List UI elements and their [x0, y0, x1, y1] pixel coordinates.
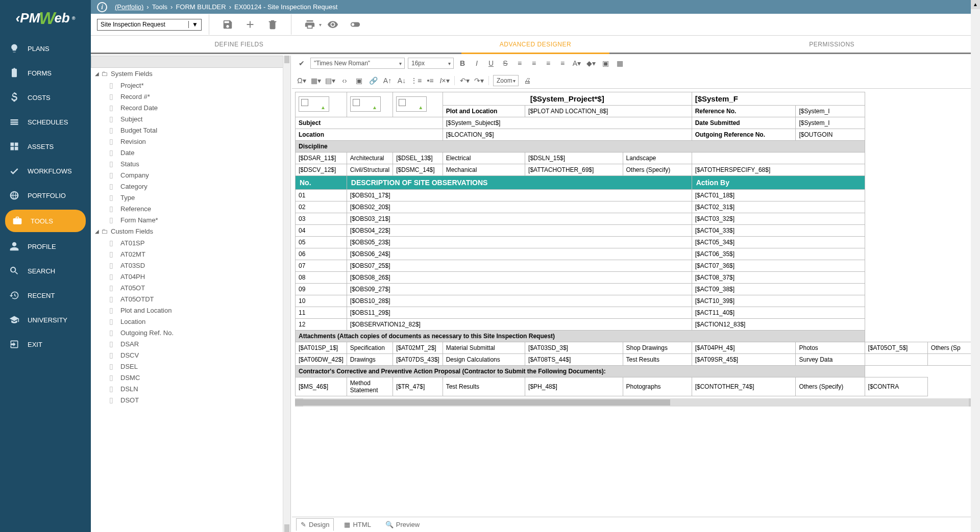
obs-no: 01	[296, 190, 347, 201]
zoom-select[interactable]: Zoom	[493, 75, 519, 86]
code-icon[interactable]: ‹›	[339, 75, 350, 86]
tree-field[interactable]: Outgoing Ref. No.	[91, 327, 283, 338]
design-canvas[interactable]: [$System_Project*$] [$System_F Plot and …	[292, 89, 980, 517]
page-scrollbar[interactable]: ▲	[971, 0, 980, 532]
italic-icon[interactable]: I	[471, 58, 482, 69]
sidebar-item-costs[interactable]: COSTS	[0, 85, 91, 110]
tree-field[interactable]: Type	[91, 192, 283, 203]
image-placeholder[interactable]	[299, 96, 329, 112]
bold-icon[interactable]: B	[457, 58, 468, 69]
save-icon[interactable]	[219, 16, 236, 33]
tree-field[interactable]: Record #*	[91, 91, 283, 102]
cell: Others (Specify)	[623, 164, 692, 176]
insert-grid-icon[interactable]: ▤▾	[325, 75, 336, 86]
view-preview[interactable]: 🔍Preview	[381, 519, 424, 530]
numbered-list-icon[interactable]: ⋮≡	[410, 75, 422, 86]
tree-field[interactable]: Date	[91, 147, 283, 158]
clear-format-icon[interactable]: I×▾	[439, 75, 450, 86]
justify-icon[interactable]: ≡	[557, 58, 568, 69]
tree-field[interactable]: DSMC	[91, 372, 283, 383]
canvas-hscroll[interactable]: ◄►	[295, 398, 977, 407]
tab-advanced-designer[interactable]: ADVANCED DESIGNER	[387, 36, 684, 53]
tree-field[interactable]: DSOT	[91, 394, 283, 406]
tree-field[interactable]: Form Name*	[91, 214, 283, 225]
tree-field[interactable]: Reference	[91, 203, 283, 214]
align-center-icon[interactable]: ≡	[528, 58, 540, 69]
tree-field[interactable]: Revision	[91, 136, 283, 147]
location-label: Location	[296, 129, 443, 141]
sidebar-item-workflows[interactable]: WORKFLOWS	[0, 159, 91, 183]
tab-define-fields[interactable]: DEFINE FIELDS	[91, 36, 387, 53]
fields-scrollbar[interactable]	[283, 56, 290, 532]
table-icon[interactable]: ▦	[614, 58, 625, 69]
toggle-icon[interactable]	[347, 16, 363, 33]
view-html[interactable]: ▦HTML	[340, 519, 375, 530]
fill-color-icon[interactable]: ◆▾	[585, 58, 597, 69]
sidebar-item-recent[interactable]: RECENT	[0, 283, 91, 308]
tree-field[interactable]: Category	[91, 181, 283, 192]
tree-field[interactable]: Budget Total	[91, 124, 283, 136]
tree-field[interactable]: Plot and Location	[91, 305, 283, 316]
font-grow-icon[interactable]: A↑	[382, 75, 393, 86]
add-icon[interactable]	[242, 16, 258, 33]
crumb-portfolio[interactable]: (Portfolio)	[115, 3, 143, 11]
sidebar-item-portfolio[interactable]: PORTFOLIO	[0, 183, 91, 208]
font-size-select[interactable]: 16px	[408, 58, 454, 69]
visibility-icon[interactable]	[325, 16, 341, 33]
bulb-icon	[8, 42, 20, 55]
view-design[interactable]: ✎Design	[296, 518, 334, 531]
sidebar-item-profile[interactable]: PROFILE	[0, 234, 91, 259]
redo-icon[interactable]: ↷▾	[473, 75, 484, 86]
font-color-icon[interactable]: A▾	[571, 58, 582, 69]
sidebar-item-search[interactable]: SEARCH	[0, 259, 91, 283]
image-placeholder[interactable]	[396, 96, 427, 112]
tree-group[interactable]: ◢🗀Custom Fields	[91, 225, 283, 237]
print-icon[interactable]	[302, 16, 318, 33]
sidebar-item-schedules[interactable]: SCHEDULES	[0, 110, 91, 134]
tab-permissions[interactable]: PERMISSIONS	[683, 36, 980, 53]
tree-field[interactable]: DSEL	[91, 361, 283, 372]
tree-field[interactable]: DSLN	[91, 383, 283, 394]
tree-field[interactable]: Project*	[91, 80, 283, 91]
tree-field[interactable]: AT01SP	[91, 237, 283, 248]
spellcheck-icon[interactable]: ✔	[296, 58, 307, 69]
insert-table-icon[interactable]: ▦▾	[310, 75, 322, 86]
image-placeholder[interactable]	[350, 96, 381, 112]
font-family-select[interactable]: "Times New Roman"	[310, 58, 405, 69]
align-left-icon[interactable]: ≡	[514, 58, 525, 69]
tree-field[interactable]: Status	[91, 158, 283, 169]
tree-field[interactable]: Company	[91, 169, 283, 181]
sidebar-item-forms[interactable]: FORMS	[0, 61, 91, 85]
tree-field[interactable]: Subject	[91, 113, 283, 124]
tree-field[interactable]: AT03SD	[91, 260, 283, 271]
underline-icon[interactable]: U	[485, 58, 497, 69]
tree-field[interactable]: AT04PH	[91, 271, 283, 282]
delete-icon[interactable]	[264, 16, 281, 33]
form-type-dropdown[interactable]: Site Inspection Request▼	[97, 19, 202, 31]
tree-field[interactable]: Record Date	[91, 102, 283, 113]
align-right-icon[interactable]: ≡	[543, 58, 554, 69]
font-shrink-icon[interactable]: A↓	[396, 75, 407, 86]
omega-icon[interactable]: Ω▾	[296, 75, 307, 86]
tree-field[interactable]: AT05OTDT	[91, 293, 283, 305]
insert-image-icon[interactable]: ▣	[353, 75, 364, 86]
tree-field[interactable]: AT05OT	[91, 282, 283, 293]
tree-group[interactable]: ◢🗀System Fields	[91, 68, 283, 80]
sidebar-item-university[interactable]: UNIVERSITY	[0, 308, 91, 332]
tree-field[interactable]: DSCV	[91, 349, 283, 361]
sidebar-item-assets[interactable]: ASSETS	[0, 134, 91, 159]
tree-field[interactable]: Location	[91, 316, 283, 327]
undo-icon[interactable]: ↶▾	[459, 75, 470, 86]
bullet-list-icon[interactable]: •≡	[425, 75, 436, 86]
image-icon[interactable]: ▣	[600, 58, 611, 69]
print-editor-icon[interactable]: 🖨	[522, 75, 533, 86]
info-icon[interactable]: i	[97, 2, 107, 12]
link-icon[interactable]: 🔗	[368, 75, 379, 86]
sidebar-item-exit[interactable]: EXIT	[0, 332, 91, 357]
sidebar-item-plans[interactable]: PLANS	[0, 36, 91, 61]
sidebar-item-tools[interactable]: TOOLS	[5, 210, 86, 232]
tree-field[interactable]: AT02MT	[91, 248, 283, 260]
strike-icon[interactable]: S	[500, 58, 511, 69]
tree-field[interactable]: DSAR	[91, 338, 283, 349]
nav-label: SCHEDULES	[28, 118, 68, 126]
